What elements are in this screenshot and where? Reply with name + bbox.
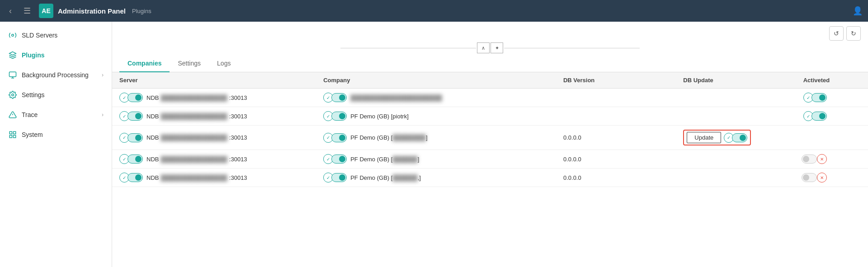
activated-cross-icon: ✕ — [817, 154, 827, 164]
activated-toggle[interactable] — [802, 173, 817, 182]
company-suffix: ] — [426, 134, 428, 141]
table-header-row: Server Company DB Version DB Update Acti… — [112, 72, 868, 89]
company-suffix: ] — [418, 156, 420, 163]
activated-cell: ✕ — [796, 150, 868, 169]
server-cell: ✓ NDB ████████████████ :30013 — [112, 150, 316, 169]
server-blurred: ████████████████ — [160, 156, 227, 163]
col-header-company: Company — [316, 72, 556, 89]
server-toggle[interactable] — [127, 93, 143, 102]
sidebar-item-background-processing[interactable]: Background Processing › — [0, 65, 112, 85]
activated-toggle[interactable] — [732, 133, 747, 142]
sidebar: SLD Servers Plugins Background Processin… — [0, 22, 112, 267]
svg-rect-5 — [9, 131, 12, 134]
app-title: Administration Panel — [58, 7, 126, 15]
server-suffix: :30013 — [229, 174, 247, 181]
refresh-redo-button[interactable]: ↻ — [846, 26, 861, 41]
sidebar-item-settings-label: Settings — [22, 91, 45, 98]
server-prefix: NDB — [146, 156, 159, 163]
header: ‹ ☰ AE Administration Panel Plugins 👤 — [0, 0, 868, 22]
collapse-bar: ∧ ✦ — [112, 41, 868, 55]
table-row: ✓ NDB ████████████████ :30013 ✓ — [112, 89, 868, 107]
server-prefix: NDB — [146, 113, 159, 120]
dbversion-cell: 0.0.0.0 — [556, 150, 676, 169]
svg-rect-8 — [9, 136, 12, 138]
company-toggle[interactable] — [331, 155, 347, 164]
svg-rect-7 — [14, 136, 16, 138]
dbupdate-cell — [676, 150, 796, 169]
table-row: ✓ NDB ████████████████ :30013 ✓ — [112, 150, 868, 169]
collapse-up-button[interactable]: ∧ — [477, 42, 490, 53]
activated-toggle[interactable] — [811, 112, 827, 121]
plugins-icon — [8, 51, 17, 60]
sidebar-item-settings[interactable]: Settings — [0, 85, 112, 105]
server-suffix: :30013 — [229, 156, 247, 163]
menu-button[interactable]: ☰ — [20, 4, 34, 18]
server-toggle[interactable] — [127, 155, 143, 164]
activated-cell — [796, 126, 868, 150]
server-cell: ✓ NDB ████████████████ :30013 — [112, 126, 316, 150]
sidebar-item-plugins[interactable]: Plugins — [0, 45, 112, 65]
server-prefix: NDB — [146, 174, 159, 181]
col-header-dbversion: DB Version — [556, 72, 676, 89]
company-toggle[interactable] — [331, 112, 347, 121]
server-toggle[interactable] — [127, 112, 143, 121]
tabs-bar: Companies Settings Logs — [112, 55, 868, 72]
company-blurred-mid: ██████ — [392, 156, 417, 163]
activated-toggle[interactable] — [811, 93, 827, 102]
server-blurred: ████████████████ — [160, 134, 227, 141]
company-blurred-mid: ██████ — [392, 174, 417, 181]
company-suffix: ,] — [418, 174, 421, 181]
company-name: PF Demo (GB) [ — [350, 134, 392, 141]
trace-chevron-icon: › — [102, 112, 104, 118]
company-cell: ✓ PF Demo (GB) [piotrk] — [316, 107, 556, 126]
pin-button[interactable]: ✦ — [491, 42, 503, 53]
main-toolbar: ↺ ↻ — [112, 22, 868, 41]
user-button[interactable]: 👤 — [853, 6, 863, 16]
server-toggle[interactable] — [127, 133, 143, 142]
company-name: PF Demo (GB) [ — [350, 174, 392, 181]
server-suffix: :30013 — [229, 113, 247, 120]
sld-servers-icon — [8, 31, 17, 40]
sidebar-item-sld-servers-label: SLD Servers — [22, 32, 57, 39]
server-suffix: :30013 — [229, 134, 247, 141]
update-button[interactable]: Update — [687, 132, 721, 143]
svg-rect-1 — [9, 72, 16, 77]
company-toggle[interactable] — [331, 133, 347, 142]
company-cell: ✓ PF Demo (GB) [██████] — [316, 150, 556, 169]
collapse-line-right — [504, 48, 640, 48]
table-row: ✓ NDB ████████████████ :30013 ✓ — [112, 107, 868, 126]
company-cell: ✓ ██████████████████████ — [316, 89, 556, 107]
dbupdate-cell — [676, 89, 796, 107]
svg-point-2 — [12, 94, 14, 96]
activated-toggle[interactable] — [802, 155, 817, 164]
table-row: ✓ NDB ████████████████ :30013 ✓ — [112, 126, 868, 150]
refresh-undo-button[interactable]: ↺ — [829, 26, 844, 41]
back-button[interactable]: ‹ — [5, 5, 15, 18]
col-header-server: Server — [112, 72, 316, 89]
company-name: PF Demo (GB) [ — [350, 156, 392, 163]
company-name-blurred: ██████████████████████ — [350, 94, 442, 101]
svg-point-0 — [12, 34, 14, 37]
col-header-dbupdate: DB Update — [676, 72, 796, 89]
server-toggle[interactable] — [127, 173, 143, 182]
server-blurred: ████████████████ — [160, 113, 227, 120]
dbversion-cell: 0.0.0.0 — [556, 169, 676, 187]
sidebar-item-sld-servers[interactable]: SLD Servers — [0, 25, 112, 45]
company-name: PF Demo (GB) [piotrk] — [350, 113, 409, 120]
company-toggle[interactable] — [331, 93, 347, 102]
company-cell: ✓ PF Demo (GB) [██████,] — [316, 169, 556, 187]
dbupdate-cell — [676, 169, 796, 187]
trace-icon — [8, 110, 17, 119]
app-subtitle: Plugins — [132, 8, 151, 14]
table-container: Server Company DB Version DB Update Acti… — [112, 72, 868, 267]
tab-logs[interactable]: Logs — [209, 55, 239, 72]
sidebar-item-trace[interactable]: Trace › — [0, 105, 112, 125]
background-processing-chevron-icon: › — [102, 72, 104, 78]
tab-settings[interactable]: Settings — [170, 55, 209, 72]
tab-companies[interactable]: Companies — [119, 55, 170, 72]
dbversion-cell: 0.0.0.0 — [556, 126, 676, 150]
system-icon — [8, 130, 17, 139]
company-toggle[interactable] — [331, 173, 347, 182]
logo: AE — [39, 4, 53, 18]
sidebar-item-system[interactable]: System — [0, 125, 112, 145]
